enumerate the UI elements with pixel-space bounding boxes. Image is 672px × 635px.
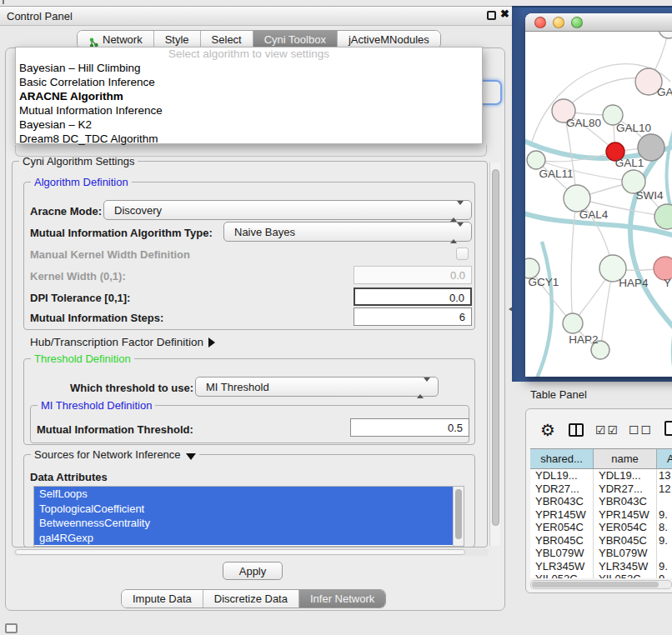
panel-corner-icon[interactable] xyxy=(5,623,18,633)
network-node[interactable] xyxy=(563,313,583,333)
mi-type-label: Mutual Information Algorithm Type: xyxy=(30,227,213,239)
clipped-element-mark xyxy=(3,0,4,4)
table-cell: YER054C xyxy=(594,521,657,534)
table-row[interactable]: YLR345WYLR345W9. xyxy=(530,560,672,573)
apply-button[interactable]: Apply xyxy=(223,562,283,580)
dropdown-option[interactable]: Bayesian – Hill Climbing xyxy=(16,61,482,75)
network-node-label: GAL80 xyxy=(566,117,601,129)
tab-discretize-data[interactable]: Discretize Data xyxy=(203,590,298,608)
combo-value: Discovery xyxy=(114,204,162,217)
column-header-shared-name[interactable]: shared... xyxy=(530,448,594,469)
network-node-label: GAL4 xyxy=(579,208,609,221)
manual-kernel-checkbox[interactable] xyxy=(456,248,469,260)
network-node[interactable] xyxy=(654,204,672,229)
network-node-label: GAL xyxy=(657,86,672,98)
table-cell: YDL19... xyxy=(530,469,594,482)
hub-definition-toggle[interactable]: Hub/Transcription Factor Definition xyxy=(30,336,215,348)
table-cell: YBR043C xyxy=(530,495,594,508)
panel-title: Control Panel xyxy=(7,10,73,22)
network-icon xyxy=(88,35,99,45)
table-row[interactable]: YPR145WYPR145W9. xyxy=(530,508,672,522)
show-columns-icon[interactable] xyxy=(569,423,584,437)
table-cell: YLR345W xyxy=(530,560,594,573)
tab-infer-network[interactable]: Infer Network xyxy=(298,590,385,608)
table-row[interactable]: YIL052CYIL052C9. xyxy=(530,572,672,578)
table-row[interactable]: YBR045CYBR045C9. xyxy=(530,534,672,548)
deselect-all-checkboxes-icon[interactable]: ☐☐ xyxy=(629,423,653,437)
table-row[interactable]: YER054CYER054C8. xyxy=(530,521,672,534)
table-cell: 9. xyxy=(657,508,672,522)
select-all-checkboxes-icon[interactable]: ☑☑ xyxy=(595,423,619,437)
dropdown-option[interactable]: Basic Correlation Inference xyxy=(16,75,482,89)
mi-steps-input[interactable]: 6 xyxy=(354,308,472,326)
network-view-window: GALGAL80GAL10GAL1GAL11SWI4GAL4GCY1HAP4YH… xyxy=(525,13,672,377)
tab-label: Impute Data xyxy=(133,592,192,605)
sources-toggle[interactable]: Sources for Network Inference xyxy=(31,448,199,461)
settings-horizontal-scrollbar[interactable] xyxy=(13,548,489,556)
table-row[interactable]: YDL19...YDL19...13 xyxy=(530,469,672,482)
table-cell xyxy=(657,547,672,560)
data-attributes-label: Data Attributes xyxy=(30,471,108,483)
which-threshold-combo[interactable]: MI Threshold xyxy=(195,377,439,397)
table-panel-title: Table Panel xyxy=(530,388,587,401)
network-node-label: Y xyxy=(664,277,671,289)
group-title: Cyni Algorithm Settings xyxy=(19,155,138,168)
kernel-width-label: Kernel Width (0,1): xyxy=(30,270,126,282)
aracne-mode-combo[interactable]: Discovery xyxy=(103,200,472,220)
which-threshold-label: Which threshold to use: xyxy=(70,382,193,394)
table-horizontal-scrollbar[interactable] xyxy=(530,580,672,589)
dropdown-option[interactable]: Bayesian – K2 xyxy=(16,118,482,132)
float-window-button[interactable] xyxy=(487,11,496,20)
attributes-scrollbar[interactable] xyxy=(453,487,464,547)
network-node-label: GAL11 xyxy=(539,168,573,180)
table-cell: 9. xyxy=(657,572,672,578)
dropdown-option[interactable]: Mutual Information Inference xyxy=(16,103,482,118)
group-title: Algorithm Definition xyxy=(31,176,132,188)
table-cell: 12 xyxy=(657,482,672,496)
network-window-titlebar[interactable] xyxy=(525,13,672,32)
network-graph: GALGAL80GAL10GAL1GAL11SWI4GAL4GCY1HAP4YH… xyxy=(525,32,672,377)
table-row[interactable]: YBL079WYBL079W xyxy=(530,547,672,560)
function-builder-icon[interactable] xyxy=(664,421,672,436)
tab-label: Infer Network xyxy=(310,592,374,605)
attribute-list-item[interactable]: TopologicalCoefficient xyxy=(34,502,464,517)
network-node[interactable] xyxy=(659,32,672,38)
tab-label: Select xyxy=(212,33,242,46)
mi-type-combo[interactable]: Naive Bayes xyxy=(223,222,472,242)
network-node[interactable] xyxy=(527,151,545,169)
settings-vertical-scrollbar[interactable] xyxy=(489,162,500,546)
table-cell: YIL052C xyxy=(594,572,657,578)
network-node-label: SWI4 xyxy=(635,189,663,202)
attribute-list-item[interactable]: BetweennessCentrality xyxy=(34,516,464,531)
tab-label: Style xyxy=(165,33,189,46)
tab-impute-data[interactable]: Impute Data xyxy=(122,590,203,608)
combo-value: Naive Bayes xyxy=(234,226,295,238)
algorithm-dropdown-list: Select algorithm to view settings Bayesi… xyxy=(15,47,483,144)
table-cell: YBL079W xyxy=(530,547,594,560)
dpi-tolerance-input[interactable]: 0.0 xyxy=(354,288,472,306)
table-body: YDL19...YDL19...13YDR27...YDR27...12YBR0… xyxy=(530,469,672,578)
network-selector-combo-edge xyxy=(15,145,487,157)
kernel-width-input[interactable]: 0.0 xyxy=(354,266,472,284)
network-canvas[interactable]: GALGAL80GAL10GAL1GAL11SWI4GAL4GCY1HAP4YH… xyxy=(525,32,672,377)
tab-label: jActiveMNodules xyxy=(349,33,429,46)
attribute-list-item[interactable]: SelfLoops xyxy=(34,487,464,502)
mi-threshold-label: Mutual Information Threshold: xyxy=(37,423,193,436)
minimize-traffic-light[interactable] xyxy=(553,17,564,28)
gear-icon[interactable]: ⚙ xyxy=(540,420,555,440)
tab-label: Cyni Toolbox xyxy=(264,33,326,46)
network-node-label: HAP2 xyxy=(569,333,598,346)
stepper-arrows-icon xyxy=(450,227,464,239)
table-row[interactable]: YDR27...YDR27...12 xyxy=(530,482,672,496)
close-icon[interactable]: ✖ xyxy=(500,8,509,20)
close-traffic-light[interactable] xyxy=(534,17,546,28)
zoom-traffic-light[interactable] xyxy=(571,17,583,28)
mi-threshold-input[interactable]: 0.5 xyxy=(350,418,469,437)
column-header-clipped[interactable]: A xyxy=(657,448,672,469)
dropdown-option[interactable]: Dream8 DC_TDC Algorithm xyxy=(16,132,482,146)
attribute-list-item[interactable]: gal4RGexp xyxy=(34,531,464,546)
column-header-name[interactable]: name xyxy=(594,448,657,469)
table-cell: YDR27... xyxy=(530,482,594,496)
table-row[interactable]: YBR043CYBR043C xyxy=(530,495,672,508)
dropdown-option[interactable]: ARACNE Algorithm xyxy=(16,89,482,103)
